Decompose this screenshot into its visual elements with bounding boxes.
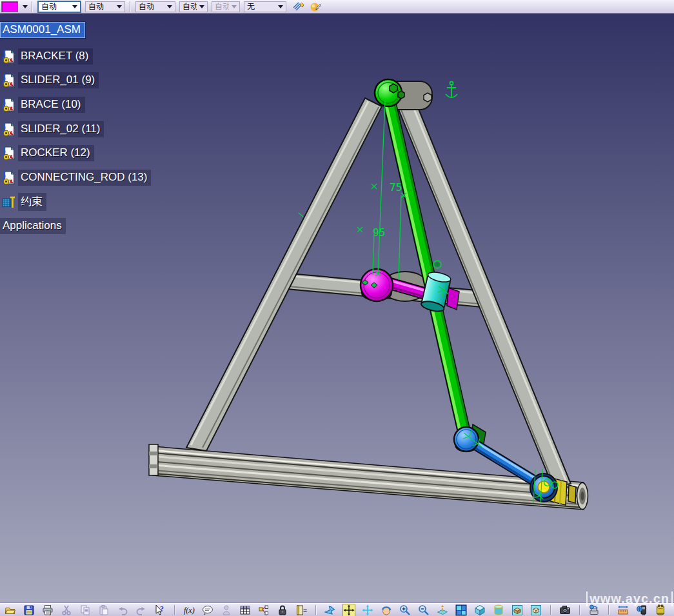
normal-view-icon [436,604,449,616]
current-color-swatch [1,1,18,12]
rules-icon: = [295,604,308,616]
publish-icon [257,604,270,616]
pan-button[interactable] [361,604,374,616]
toolbar-separator [579,605,580,615]
open-icon [4,604,17,616]
chevron-down-icon [72,5,77,8]
viewport-3d[interactable]: 75 95 [0,14,674,603]
open-button[interactable] [3,604,17,616]
combo-filter[interactable]: 无 [244,1,286,12]
wire-view-icon [530,604,542,616]
iso-view-button[interactable] [473,604,486,616]
lock-button[interactable] [275,604,289,616]
toolbar-separator [315,605,317,615]
color-swatch-combo[interactable] [1,1,28,12]
paintbrush-icon [292,0,304,13]
shaded-view-button[interactable] [491,604,505,616]
multi-view-icon [455,604,468,616]
toolbar-separator [130,1,131,12]
shaded-view-icon [492,604,505,616]
lock-icon [276,604,289,616]
fly-icon [324,604,337,616]
combo-point-type[interactable]: 自动 [135,1,175,12]
catia-window: 自动 自动 自动 自动 自动 无 [0,0,674,616]
save-button[interactable] [22,604,35,616]
toolbar-separator [608,605,610,615]
table-button[interactable] [238,604,252,616]
chevron-down-icon [167,5,172,8]
painter-button[interactable] [290,1,306,13]
dimension-label-95: 95 [373,226,385,239]
copy-icon [79,604,92,616]
hlr-view-icon [511,604,524,616]
knowledge-icon [220,604,233,616]
bottom-toolbar: ?f(x)= [0,603,674,616]
fx-button[interactable]: f(x) [182,604,195,616]
svg-text:?: ? [160,604,164,613]
chevron-down-icon [232,5,237,8]
wire-view-button[interactable] [529,604,542,616]
normal-view-button[interactable] [435,604,449,616]
copy-button[interactable] [78,604,92,616]
redo-icon [135,604,148,616]
combo-render-style[interactable]: 自动 [179,1,208,12]
rotate-icon [380,604,393,616]
svg-text:=: = [303,607,307,614]
save-icon [23,604,35,616]
chevron-down-icon [117,5,122,8]
rotate-button[interactable] [379,604,393,616]
redo-button[interactable] [134,604,148,616]
print-icon [41,604,54,616]
toolbar-separator [32,1,33,12]
table-icon [239,604,252,616]
help-icon: ? [154,604,166,616]
pan-icon [361,604,374,616]
paste-icon [97,604,110,616]
undo-icon [116,604,129,616]
combo-line-weight[interactable]: 自动 [85,1,125,12]
paste-button[interactable] [97,604,110,616]
iso-view-icon [473,604,486,616]
camera-icon [559,604,571,616]
chevron-down-icon [278,5,283,8]
undo-button[interactable] [115,604,129,616]
combo-layer[interactable]: 自动 [212,1,240,12]
toolbar-separator [550,605,551,615]
help-button[interactable]: ? [153,604,166,616]
fit-all-icon [342,604,355,616]
sphere-pen-icon [309,0,322,13]
combo-line-type[interactable]: 自动 [37,1,81,13]
fit-all-button[interactable] [342,604,355,616]
svg-text:f(x): f(x) [184,606,195,615]
chevron-down-icon [23,5,28,8]
zoom-out-button[interactable] [417,604,430,616]
publish-button[interactable] [257,604,270,616]
camera-button[interactable] [558,604,571,616]
top-toolbar: 自动 自动 自动 自动 自动 无 [0,0,674,14]
multi-view-button[interactable] [454,604,468,616]
cut-button[interactable] [59,604,73,616]
zoom-in-button[interactable] [398,604,411,616]
watermark: www.ayc.cn [586,591,673,606]
fly-button[interactable] [323,604,337,616]
dimension-label-75: 75 [390,181,402,194]
chevron-down-icon [199,5,204,8]
hlr-view-button[interactable] [510,604,524,616]
viewport-background[interactable] [0,14,674,603]
zoom-out-icon [417,604,430,616]
chat-button[interactable] [201,604,214,616]
toolbar-separator [174,605,175,615]
fx-icon: f(x) [183,604,195,616]
rules-button[interactable]: = [294,604,308,616]
wizard-button[interactable] [308,1,323,13]
zoom-in-icon [399,604,411,616]
cut-icon [60,604,73,616]
chat-icon [201,604,214,616]
knowledge-button[interactable] [219,604,233,616]
print-button[interactable] [41,604,54,616]
